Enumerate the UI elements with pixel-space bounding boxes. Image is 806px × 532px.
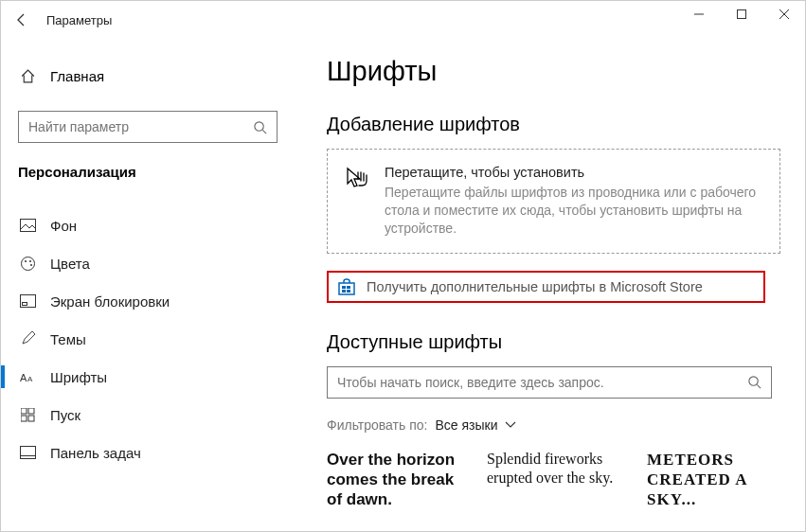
sidebar: Главная Персонализация Фон Цвета Экран б… <box>1 39 295 531</box>
window-controls <box>677 1 805 27</box>
font-sample[interactable]: Over the horizon comes the break of dawn… <box>327 450 460 510</box>
font-sample[interactable]: Splendid fireworks erupted over the sky. <box>487 450 620 510</box>
nav-label: Пуск <box>50 407 81 423</box>
svg-point-6 <box>25 260 27 262</box>
svg-rect-10 <box>22 303 27 306</box>
search-icon <box>253 120 267 134</box>
palette-icon <box>18 256 37 272</box>
section-title: Персонализация <box>18 164 278 180</box>
drop-zone[interactable]: Перетащите, чтобы установить Перетащите … <box>327 149 780 254</box>
nav-label: Фон <box>50 218 77 234</box>
svg-point-2 <box>255 121 263 130</box>
nav-start[interactable]: Пуск <box>1 396 278 434</box>
home-label: Главная <box>50 68 104 84</box>
nav-label: Экран блокировки <box>50 293 170 310</box>
nav-themes[interactable]: Темы <box>1 320 278 358</box>
svg-text:A: A <box>20 372 27 383</box>
back-button[interactable] <box>9 7 35 33</box>
search-settings[interactable] <box>18 111 278 143</box>
svg-rect-23 <box>347 290 350 293</box>
home-icon <box>18 68 37 84</box>
home-link[interactable]: Главная <box>18 58 278 94</box>
available-fonts-title: Доступные шрифты <box>327 331 780 353</box>
nav-label: Шрифты <box>50 369 107 385</box>
nav-background[interactable]: Фон <box>1 206 278 244</box>
svg-point-5 <box>21 257 34 270</box>
taskbar-icon <box>18 446 37 459</box>
store-link-text: Получить дополнительные шрифты в Microso… <box>367 279 703 294</box>
search-fonts-input[interactable] <box>337 375 747 390</box>
search-fonts[interactable] <box>327 366 772 399</box>
main-panel: Шрифты Добавление шрифтов Перетащите, чт… <box>295 39 805 531</box>
drag-cursor-icon <box>345 167 369 238</box>
svg-line-3 <box>262 130 266 133</box>
svg-rect-13 <box>21 408 27 414</box>
svg-rect-16 <box>28 416 34 421</box>
store-icon <box>338 278 355 295</box>
font-icon: AA <box>18 370 37 383</box>
svg-rect-15 <box>21 416 27 421</box>
svg-rect-21 <box>347 286 350 289</box>
maximize-button[interactable] <box>720 1 762 27</box>
svg-text:A: A <box>27 375 33 383</box>
picture-icon <box>18 219 37 232</box>
svg-rect-4 <box>20 220 35 232</box>
font-sample[interactable]: METEORS CREATED A SKY... <box>647 450 780 510</box>
nav-label: Цвета <box>50 256 90 272</box>
page-title: Шрифты <box>327 56 780 87</box>
svg-point-8 <box>30 264 32 266</box>
add-fonts-title: Добавление шрифтов <box>327 114 780 135</box>
svg-line-25 <box>757 384 761 388</box>
close-button[interactable] <box>762 1 805 27</box>
brush-icon <box>18 331 37 346</box>
search-icon <box>747 375 761 389</box>
font-samples: Over the horizon comes the break of dawn… <box>327 450 780 510</box>
svg-rect-17 <box>20 447 35 459</box>
nav-label: Темы <box>50 331 86 347</box>
svg-point-24 <box>749 377 758 385</box>
filter-value: Все языки <box>435 417 497 433</box>
svg-rect-14 <box>28 408 34 414</box>
drop-title: Перетащите, чтобы установить <box>385 165 762 180</box>
start-icon <box>18 408 37 422</box>
nav-lockscreen[interactable]: Экран блокировки <box>1 282 278 320</box>
svg-rect-1 <box>737 10 745 19</box>
get-fonts-store-link[interactable]: Получить дополнительные шрифты в Microso… <box>327 271 765 303</box>
chevron-down-icon <box>505 421 516 429</box>
search-input[interactable] <box>28 119 253 134</box>
nav-colors[interactable]: Цвета <box>1 244 278 282</box>
svg-rect-20 <box>342 286 346 289</box>
nav-taskbar[interactable]: Панель задач <box>1 434 278 471</box>
filter-label: Фильтровать по: <box>327 417 427 433</box>
window-title: Параметры <box>46 13 112 27</box>
drop-description: Перетащите файлы шрифтов из проводника и… <box>385 184 762 238</box>
nav-label: Панель задач <box>50 445 141 461</box>
svg-rect-22 <box>342 290 346 293</box>
filter-row[interactable]: Фильтровать по: Все языки <box>327 417 780 433</box>
svg-point-7 <box>29 260 31 262</box>
minimize-button[interactable] <box>677 1 720 27</box>
nav-fonts[interactable]: AA Шрифты <box>1 358 278 396</box>
lockscreen-icon <box>18 294 37 308</box>
